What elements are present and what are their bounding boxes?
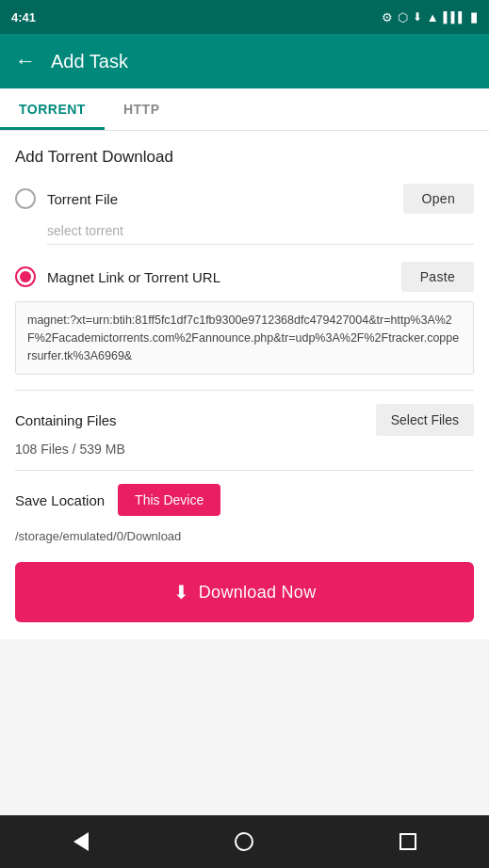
nav-back-button[interactable] xyxy=(73,832,89,851)
shield-icon: ⬡ xyxy=(398,10,408,24)
containing-files-label: Containing Files xyxy=(15,412,117,428)
section-title: Add Torrent Download xyxy=(15,148,474,167)
status-bar: 4:41 ⚙ ⬡ ⬇ ▲ ▌▌▌ ▮ xyxy=(0,0,489,34)
main-content: Add Torrent Download Torrent File Open s… xyxy=(0,131,489,639)
select-files-button[interactable]: Select Files xyxy=(376,404,474,436)
save-location-row: Save Location This Device xyxy=(15,484,474,516)
divider-1 xyxy=(15,390,474,391)
storage-path: /storage/emulated/0/Download xyxy=(15,525,474,543)
magnet-url-text[interactable]: magnet:?xt=urn:btih:81ff5fc1df7c1fb9300e… xyxy=(15,301,474,375)
download-status-icon: ⬇ xyxy=(413,10,422,24)
torrent-file-radio[interactable] xyxy=(15,188,36,209)
tab-http[interactable]: HTTP xyxy=(105,88,179,130)
battery-icon: ▮ xyxy=(470,9,478,24)
divider-2 xyxy=(15,470,474,471)
tab-torrent[interactable]: TORRENT xyxy=(0,88,105,130)
files-info: 108 Files / 539 MB xyxy=(15,442,474,457)
nav-home-button[interactable] xyxy=(235,832,253,851)
status-icons: ⚙ ⬡ ⬇ ▲ ▌▌▌ ▮ xyxy=(382,9,478,24)
tab-bar: TORRENT HTTP xyxy=(0,88,489,131)
status-time: 4:41 xyxy=(11,10,36,24)
back-button[interactable]: ← xyxy=(15,49,36,73)
torrent-file-row: Torrent File Open xyxy=(15,184,474,214)
magnet-label: Magnet Link or Torrent URL xyxy=(47,269,220,285)
toolbar-title: Add Task xyxy=(51,51,128,72)
nav-recent-button[interactable] xyxy=(399,833,416,850)
torrent-file-label: Torrent File xyxy=(47,191,118,207)
this-device-button[interactable]: This Device xyxy=(118,484,220,516)
save-location-label: Save Location xyxy=(15,492,105,508)
download-icon: ⬇ xyxy=(173,581,189,603)
containing-files-row: Containing Files Select Files xyxy=(15,404,474,436)
settings-icon: ⚙ xyxy=(382,10,393,24)
magnet-link-row: Magnet Link or Torrent URL Paste xyxy=(15,262,474,292)
back-nav-icon xyxy=(73,832,89,851)
magnet-radio[interactable] xyxy=(15,266,36,287)
download-now-button[interactable]: ⬇ Download Now xyxy=(15,562,474,622)
recent-nav-icon xyxy=(399,833,416,850)
open-button[interactable]: Open xyxy=(403,184,474,214)
toolbar: ← Add Task xyxy=(0,34,489,88)
home-nav-icon xyxy=(235,832,253,851)
paste-button[interactable]: Paste xyxy=(401,262,474,292)
download-now-label: Download Now xyxy=(199,583,317,603)
wifi-icon: ▲ xyxy=(427,10,439,24)
signal-icon: ▌▌▌ xyxy=(444,11,465,23)
bottom-nav xyxy=(0,815,489,868)
select-torrent-hint: select torrent xyxy=(47,223,474,245)
